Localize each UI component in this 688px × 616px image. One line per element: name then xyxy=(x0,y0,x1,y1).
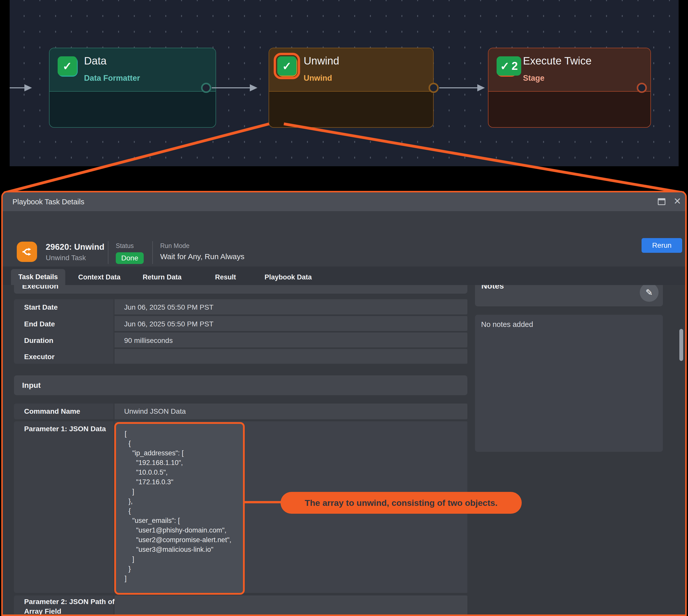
command-name-label: Command Name xyxy=(24,408,80,416)
notes-section-heading: Notes xyxy=(475,285,663,306)
task-success-badge[interactable]: ✓ xyxy=(58,56,77,75)
executor-label: Executor xyxy=(24,353,55,361)
tab-bar: Task Details Context Data Return Data Re… xyxy=(3,266,685,285)
node-title: Execute Twice xyxy=(523,55,592,67)
modal-titlebar: Playbook Task Details ✕ xyxy=(3,192,685,211)
rerun-button[interactable]: Rerun xyxy=(642,238,682,253)
maximize-icon[interactable] xyxy=(658,198,665,205)
node-unwind[interactable]: Unwind Unwind ✓ xyxy=(268,48,434,128)
close-icon[interactable]: ✕ xyxy=(673,196,681,206)
edge-unwind-exec xyxy=(439,87,480,88)
output-port[interactable] xyxy=(201,83,211,93)
check-icon: ✓ xyxy=(63,60,72,72)
modal-title: Playbook Task Details xyxy=(13,198,84,206)
edge-arrowhead xyxy=(250,84,257,91)
playbook-task-details-modal: Playbook Task Details ✕ 29620: Unwind Un… xyxy=(1,191,687,616)
run-mode-label: Run Mode xyxy=(160,242,189,249)
badge-count: 2 xyxy=(512,60,518,72)
output-port[interactable] xyxy=(637,83,647,93)
task-header: 29620: Unwind Unwind Task Status Done Ru… xyxy=(3,211,685,266)
node-title: Data xyxy=(84,55,107,67)
divider xyxy=(152,241,153,264)
param1-label: Parameter 1: JSON Data xyxy=(24,425,106,433)
node-unwind-footer: ✓ xyxy=(269,92,433,128)
tab-context-data[interactable]: Context Data xyxy=(78,273,121,281)
task-type: Unwind Task xyxy=(46,254,86,262)
annotation-callout: The array to unwind, consisting of two o… xyxy=(281,492,522,514)
notes-empty-text: No notes added xyxy=(481,320,533,329)
divider xyxy=(108,241,108,264)
vertical-scrollbar[interactable] xyxy=(680,329,683,361)
node-data[interactable]: </> Data Data Formatter ✓ xyxy=(49,48,216,128)
node-title: Unwind xyxy=(304,55,339,67)
duration-value: 90 milliseconds xyxy=(124,336,173,345)
callout-connector xyxy=(245,501,282,503)
executor-value-box xyxy=(114,349,467,364)
status-label: Status xyxy=(116,242,134,249)
tab-return-data[interactable]: Return Data xyxy=(143,273,181,281)
tab-task-details[interactable]: Task Details xyxy=(11,269,65,285)
edge-data-unwind xyxy=(212,87,252,88)
task-details-content: Execution Start Date Jun 06, 2025 05:50 … xyxy=(3,285,685,615)
start-date-label: Start Date xyxy=(24,303,58,311)
node-subtitle: Unwind xyxy=(304,73,332,83)
edge-arrowhead xyxy=(477,84,485,91)
param2-value-box xyxy=(114,595,467,615)
command-name-value: Unwind JSON Data xyxy=(124,408,186,416)
branch-icon xyxy=(17,242,37,262)
node-data-footer: ✓ xyxy=(49,92,216,128)
task-success-badge-highlighted[interactable]: ✓ xyxy=(277,56,297,75)
json-code: [ { "ip_addresses": [ "192.168.1.10", "1… xyxy=(125,429,238,583)
notes-heading-text: Notes xyxy=(481,285,504,291)
check-icon: ✓ xyxy=(282,60,292,72)
node-subtitle: Data Formatter xyxy=(84,73,140,83)
tab-playbook-data[interactable]: Playbook Data xyxy=(264,273,312,281)
duration-label: Duration xyxy=(24,336,53,345)
node-execute-twice[interactable]: » Execute Twice Stage ✓2 xyxy=(488,48,651,128)
playbook-canvas[interactable]: </> Data Data Formatter ✓ Unwind xyxy=(9,0,679,166)
input-section-heading: Input xyxy=(14,375,467,395)
param2-label: Parameter 2: JSON Path ofArray Field xyxy=(24,597,114,615)
output-port[interactable] xyxy=(429,83,439,93)
edge-into-data xyxy=(9,87,24,88)
status-badge: Done xyxy=(116,252,144,264)
start-date-value: Jun 06, 2025 05:50 PM PST xyxy=(124,303,214,311)
tab-result[interactable]: Result xyxy=(215,273,236,281)
node-subtitle: Stage xyxy=(523,73,544,83)
run-mode-value: Wait for Any, Run Always xyxy=(160,252,244,261)
pencil-icon: ✎ xyxy=(646,287,653,298)
task-id-name: 29620: Unwind xyxy=(46,242,104,252)
edge-arrowhead xyxy=(24,84,32,91)
param1-json-block: [ { "ip_addresses": [ "192.168.1.10", "1… xyxy=(114,422,245,595)
end-date-value: Jun 06, 2025 05:50 PM PST xyxy=(124,320,214,328)
check-icon: ✓ xyxy=(500,60,510,72)
execution-section-heading: Execution xyxy=(14,285,467,294)
param1-label-box xyxy=(14,421,113,593)
node-exec-footer: ✓2 xyxy=(489,92,650,128)
task-success-badge-count[interactable]: ✓2 xyxy=(497,56,521,75)
end-date-label: End Date xyxy=(24,320,55,328)
notes-panel: No notes added xyxy=(475,315,663,452)
